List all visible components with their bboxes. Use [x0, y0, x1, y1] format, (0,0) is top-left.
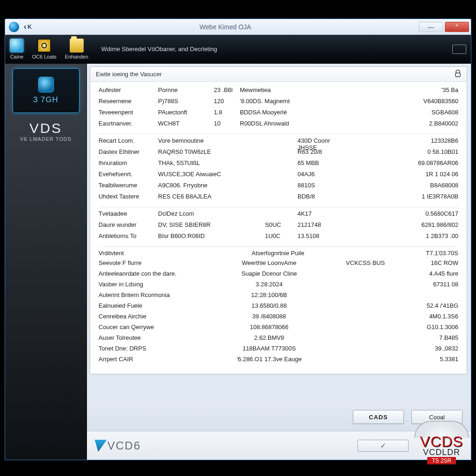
cell-label: Ihnuratiom: [99, 159, 158, 166]
table-row: Anbletioms ToBIsr B60O:R06ID1U0C13.51081…: [99, 232, 458, 244]
cell-num: 23 .B6l: [214, 86, 240, 93]
cell-mid: 13.6580/0.88: [210, 302, 328, 309]
cell-num: 2121748: [298, 221, 335, 228]
cell-code: P)788S: [158, 98, 214, 105]
cell-val: 2.B840002: [398, 120, 458, 127]
cell-code: A9C806. Frryobne: [158, 182, 265, 189]
cell-mid: Suapie Dcenor Cline: [210, 270, 328, 277]
cell-label: Recart Lcom.: [99, 137, 158, 144]
value-block-d-header: Vrditvtent Atserfognrtnie Puile T7.1'03.…: [99, 246, 458, 258]
table-row: Anteeleanrdate con the dare.Suapie Dceno…: [99, 270, 458, 281]
cell-label: Evehefsenrt.: [99, 171, 158, 178]
cell-val: 4M0.1.3S6: [403, 313, 458, 320]
chip-icon: [38, 77, 54, 93]
cell-val: V640B83560: [398, 98, 458, 105]
cell-mid: 118BAAM T77300S: [210, 345, 328, 352]
value-block-c: TvetaadeeDclDez Lcom4K170.5680C617Daure …: [99, 207, 458, 244]
cell-val: 1R 1 024 06: [398, 171, 458, 178]
cell-val: 1 2B373 .00: [398, 232, 458, 239]
cell-mid: 3.28:2024: [210, 281, 328, 288]
cell-num: 10: [214, 120, 240, 127]
cell-val: 6281.986/802: [398, 221, 458, 228]
cancel-button[interactable]: Cooal: [411, 410, 463, 424]
toolbar-item-ccloats[interactable]: OC6 Loats: [32, 39, 57, 60]
cell-label: Vasber in Ldsing: [99, 281, 210, 288]
cell-label: Daure wunder: [99, 221, 158, 228]
table-row: Auterint Britern Rcormonia12:28:100/6B: [99, 291, 458, 302]
cell-val: 123328B6: [398, 137, 458, 144]
cell-desc: '8.00DS. Magnemt: [240, 98, 398, 105]
cell-code: PAuectonft: [158, 109, 214, 116]
back-button[interactable]: ‹ K: [24, 22, 32, 32]
display-mode-icon[interactable]: [452, 45, 466, 54]
cell-code: WUSCE,3OE AiwuaieC: [158, 171, 265, 178]
table-row: Vasber in Ldsing3.28:202467311 08: [99, 281, 458, 291]
cell-code: RES CE6 B8AJLEA: [158, 193, 265, 200]
cell-val: 16C ROW: [403, 259, 458, 266]
cell-label: Reseernene: [99, 98, 158, 105]
cell-code: RAQRS0 T0W6zLE: [158, 148, 265, 155]
table-row: TealbilwerumeA9C806. Frryobne8810SB8A680…: [99, 182, 458, 193]
cell-num: 13.5108: [298, 232, 335, 239]
app-icon: [9, 22, 19, 32]
cell-code: Vore bemnoutine: [158, 137, 265, 144]
cell-label: Uhdext Tastere: [99, 193, 158, 200]
table-row: Dastex ElhitnerRAQRS0 T0W6zLER63 20/80 5…: [99, 148, 458, 159]
cell-label: Arrpert CAIR: [99, 356, 210, 363]
lock-icon[interactable]: [455, 70, 461, 79]
cell-label: Tvetaadee: [99, 210, 158, 217]
action-row: CADS Cooal: [87, 403, 471, 431]
cell-num: 4K17: [298, 210, 335, 217]
toolbar-label: Caine: [10, 54, 24, 60]
toolbar-label: OC6 Loats: [32, 54, 57, 60]
svg-rect-0: [456, 73, 460, 77]
table-row: Coucer can Qerrywe108.86878066G10.1.3006: [99, 324, 458, 334]
cell-desc: R00DSL Ahrowald: [240, 120, 398, 127]
window-controls: — ⌃: [419, 22, 469, 32]
cell-label: Tealbilwerume: [99, 182, 158, 189]
value-block-b: Recart Lcom.Vore bemnoutine430D Coonr JH…: [99, 134, 458, 204]
bottom-strip: VCD6 ✓ VCDS VCDLDR TS 2SR: [87, 431, 471, 460]
badge-word: VCDS: [420, 435, 463, 449]
cell-extra: VCKCSS BUS: [328, 259, 403, 266]
toolbar-item-caine[interactable]: Caine: [10, 39, 24, 60]
device-chip[interactable]: 3 7GH: [13, 68, 79, 113]
folder-icon: [70, 39, 84, 53]
close-button[interactable]: ⌃: [445, 22, 469, 32]
footer-brand-icon: [92, 440, 107, 452]
cell-val: 0 58.10B01: [398, 148, 458, 155]
cell-val: 5.3381: [403, 356, 458, 363]
data-panel: Ewite ioeing the Vasucer AufesterPornne2…: [90, 66, 467, 374]
badge-sub: VCDLDR: [423, 449, 460, 456]
titlebar: ‹ K Webe Kimed OJA — ⌃: [5, 19, 471, 35]
cell-val: G10.1.3006: [403, 324, 458, 331]
cell-val: 67311 08: [403, 281, 458, 288]
primary-button[interactable]: CADS: [353, 410, 404, 424]
main: Ewite ioeing the Vasucer AufesterPornne2…: [87, 64, 471, 460]
table-row: Easrtnanver.WCH8T10R00DSL Ahrowald2.B840…: [99, 120, 458, 131]
cell-val: '35 Ba: [398, 86, 458, 93]
cell-label: Coucer can Qerrywe: [99, 324, 210, 331]
cell-label: Ealnueied Fuele: [99, 302, 210, 309]
cell-code: BIsr B60O:R06ID: [158, 232, 265, 239]
table-row: Seevote F flurreWeerthle LoonvAmeVCKCSS …: [99, 259, 458, 270]
toolbar-item-enhander[interactable]: Enhanden: [65, 39, 88, 60]
table-row: IhnuratiomTHAk, 5S7UlßL65 MBB69.08786AR0…: [99, 159, 458, 171]
cell-mid: S0UC: [265, 221, 298, 228]
cell-num: R63 20/8: [298, 148, 335, 155]
table-row: Daure wunderDV, SISE SBIER8RS0UC21217486…: [99, 221, 458, 232]
table-row: AufesterPornne23 .B6lMewmetiea'35 Ba: [99, 86, 458, 98]
table-row: TeveeenpentPAuectonft1.8BDDSA MooyerléSG…: [99, 109, 458, 120]
minimize-button[interactable]: —: [419, 22, 443, 32]
body: 3 7GH VDS VE LMADER TODS Ewite ioeing th…: [5, 64, 471, 460]
toolbar-label: Enhanden: [65, 54, 88, 60]
confirm-button[interactable]: ✓: [357, 440, 409, 452]
cell-desc: Atserfognrtnie Puile: [158, 250, 398, 257]
table-row: Recart Lcom.Vore bemnoutine430D Coonr JH…: [99, 137, 458, 148]
cell-num: 1.8: [214, 109, 240, 116]
cell-code: DV, SISE SBIER8R: [158, 221, 265, 228]
toolbar: Caine OC6 Loats Enhanden Wdime Sberedel …: [5, 35, 471, 64]
cell-code: THAk, 5S7UlßL: [158, 159, 265, 166]
toolbar-tabstrip[interactable]: Wdime Sberedel VöObaner, and Decrleting: [101, 46, 217, 53]
brand-subtitle: VE LMADER TODS: [20, 136, 72, 142]
